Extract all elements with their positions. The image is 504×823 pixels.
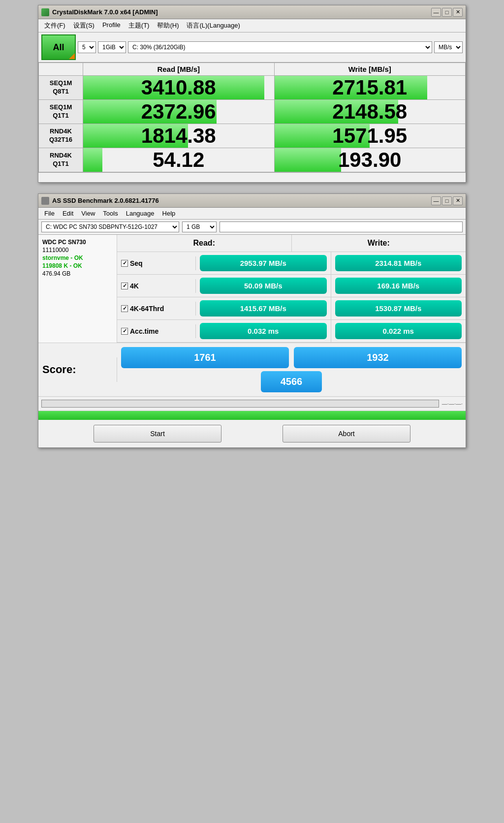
asssd-read-cell-2: 1415.67 MB/s: [196, 297, 331, 319]
asssd-progress-bar: [41, 400, 439, 408]
asssd-read-cell-0: 2953.97 MB/s: [196, 252, 331, 274]
asssd-values-0: 2953.97 MB/s2314.81 MB/s: [196, 252, 466, 274]
asssd-close-btn[interactable]: ✕: [453, 196, 463, 205]
asssd-col-headers: Read: Write:: [117, 235, 466, 252]
asssd-bottom-buttons: Start Abort: [38, 420, 466, 447]
cdm-minimize-btn[interactable]: —: [431, 8, 441, 17]
asssd-write-btn-2[interactable]: 1530.87 MB/s: [335, 300, 462, 317]
cdm-title-bar: CrystalDiskMark 7.0.0 x64 [ADMIN] — □ ✕: [38, 5, 466, 19]
asssd-menu-help[interactable]: Help: [159, 209, 179, 218]
asssd-write-btn-3[interactable]: 0.022 ms: [335, 323, 462, 339]
cdm-window: CrystalDiskMark 7.0.0 x64 [ADMIN] — □ ✕ …: [38, 5, 466, 183]
cdm-row-label-3: RND4KQ1T1: [39, 148, 83, 172]
asssd-driver: stornvme - OK: [42, 254, 113, 261]
asssd-score-top: 1761 1932: [121, 347, 462, 368]
cdm-count-select[interactable]: 5: [78, 41, 96, 53]
cdm-menu-bar: 文件(F) 设置(S) Profile 主题(T) 帮助(H) 语言(L)(La…: [38, 19, 466, 32]
cdm-menu-language[interactable]: 语言(L)(Language): [184, 20, 243, 31]
asssd-write-btn-1[interactable]: 169.16 MB/s: [335, 278, 462, 294]
cdm-size-select[interactable]: 1GiB: [98, 41, 126, 53]
cdm-menu-theme[interactable]: 主题(T): [126, 20, 153, 31]
cdm-read-1: 2372.96: [83, 100, 275, 124]
cdm-restore-btn[interactable]: □: [442, 8, 452, 17]
cdm-app-icon: [41, 8, 49, 16]
asssd-model: WDC PC SN730: [42, 239, 113, 246]
asssd-row-label-text-0: Seq: [130, 259, 143, 267]
asssd-values-1: 50.09 MB/s169.16 MB/s: [196, 275, 466, 297]
asssd-total-score-btn[interactable]: 4566: [261, 371, 322, 392]
asssd-read-score-btn[interactable]: 1761: [121, 347, 289, 368]
asssd-row-1: ✓4K50.09 MB/s169.16 MB/s: [117, 275, 466, 297]
cdm-row-label-1: SEQ1MQ1T1: [39, 100, 83, 124]
asssd-menu-file[interactable]: File: [41, 209, 58, 218]
asssd-drive-select[interactable]: C: WDC PC SN730 SDBPNTY-512G-1027: [41, 222, 179, 232]
asssd-window-controls: — □ ✕: [431, 196, 463, 205]
asssd-menu-edit[interactable]: Edit: [60, 209, 76, 218]
asssd-row-0: ✓Seq2953.97 MB/s2314.81 MB/s: [117, 252, 466, 275]
asssd-size-raw: 119808 K - OK: [42, 262, 113, 269]
asssd-score-values: 1761 1932 4566: [117, 343, 466, 396]
cdm-status-bar: [38, 172, 466, 182]
asssd-read-cell-3: 0.032 ms: [196, 320, 331, 342]
asssd-read-btn-0[interactable]: 2953.97 MB/s: [200, 255, 327, 271]
cdm-row-1: SEQ1MQ1T12372.962148.58: [39, 100, 466, 124]
asssd-checkbox-2[interactable]: ✓: [121, 305, 128, 312]
asssd-checkbox-1[interactable]: ✓: [121, 283, 128, 289]
asssd-write-score-btn[interactable]: 1932: [294, 347, 462, 368]
asssd-values-2: 1415.67 MB/s1530.87 MB/s: [196, 297, 466, 319]
asssd-title-bar: AS SSD Benchmark 2.0.6821.41776 — □ ✕: [38, 194, 466, 208]
asssd-write-cell-1: 169.16 MB/s: [331, 275, 466, 297]
asssd-row-label-area-1: ✓4K: [117, 279, 196, 293]
asssd-write-cell-0: 2314.81 MB/s: [331, 252, 466, 274]
asssd-menu-tools[interactable]: Tools: [100, 209, 121, 218]
asssd-size-gb: 476.94 GB: [42, 270, 113, 277]
asssd-rows-container: ✓Seq2953.97 MB/s2314.81 MB/s✓4K50.09 MB/…: [117, 252, 466, 343]
asssd-row-label-area-3: ✓Acc.time: [117, 324, 196, 338]
asssd-search-input[interactable]: [220, 222, 463, 232]
asssd-write-cell-3: 0.022 ms: [331, 320, 466, 342]
asssd-menu-language[interactable]: Language: [123, 209, 158, 218]
cdm-close-btn[interactable]: ✕: [453, 8, 463, 17]
asssd-row-label-area-2: ✓4K-64Thrd: [117, 302, 196, 316]
cdm-write-2: 1571.95: [274, 124, 466, 148]
asssd-checkbox-3[interactable]: ✓: [121, 328, 128, 335]
cdm-all-button[interactable]: All: [41, 34, 76, 60]
asssd-checkbox-0[interactable]: ✓: [121, 260, 128, 267]
cdm-drive-select[interactable]: C: 30% (36/120GiB): [128, 41, 432, 53]
asssd-green-bar: [38, 411, 466, 420]
asssd-start-button[interactable]: Start: [94, 425, 221, 443]
cdm-read-header: Read [MB/s]: [83, 63, 275, 76]
asssd-row-3: ✓Acc.time0.032 ms0.022 ms: [117, 320, 466, 343]
asssd-read-btn-3[interactable]: 0.032 ms: [200, 323, 327, 339]
cdm-unit-select[interactable]: MB/s: [434, 41, 463, 53]
cdm-read-3: 54.12: [83, 148, 275, 172]
cdm-menu-file[interactable]: 文件(F): [41, 20, 68, 31]
cdm-menu-help[interactable]: 帮助(H): [154, 20, 182, 31]
asssd-read-header: Read:: [117, 235, 292, 252]
asssd-abort-button[interactable]: Abort: [283, 425, 410, 443]
cdm-read-0: 3410.88: [83, 76, 275, 100]
asssd-info-panel: WDC PC SN730 11110000 stornvme - OK 1198…: [38, 235, 117, 343]
asssd-restore-btn[interactable]: □: [442, 196, 452, 205]
cdm-empty-header: [39, 63, 83, 76]
asssd-read-btn-2[interactable]: 1415.67 MB/s: [200, 300, 327, 317]
asssd-size-select[interactable]: 1 GB: [182, 222, 217, 232]
asssd-menu-bar: File Edit View Tools Language Help: [38, 208, 466, 220]
asssd-write-btn-0[interactable]: 2314.81 MB/s: [335, 255, 462, 271]
asssd-menu-view[interactable]: View: [78, 209, 98, 218]
asssd-minimize-btn[interactable]: —: [431, 196, 441, 205]
asssd-row-label-text-1: 4K: [130, 282, 139, 290]
cdm-menu-profile[interactable]: Profile: [99, 20, 124, 31]
asssd-read-btn-1[interactable]: 50.09 MB/s: [200, 278, 327, 294]
asssd-values-3: 0.032 ms0.022 ms: [196, 320, 466, 342]
asssd-progress-text: —·—·—·: [442, 401, 463, 407]
asssd-progress-area: —·—·—·: [38, 397, 466, 411]
asssd-main-area: WDC PC SN730 11110000 stornvme - OK 1198…: [38, 235, 466, 343]
cdm-menu-settings[interactable]: 设置(S): [70, 20, 97, 31]
cdm-write-1: 2148.58: [274, 100, 466, 124]
cdm-row-0: SEQ1MQ8T13410.882715.81: [39, 76, 466, 100]
cdm-row-2: RND4KQ32T161814.381571.95: [39, 124, 466, 148]
cdm-results-table: Read [MB/s] Write [MB/s] SEQ1MQ8T13410.8…: [38, 63, 466, 172]
cdm-title: CrystalDiskMark 7.0.0 x64 [ADMIN]: [52, 8, 428, 16]
asssd-title: AS SSD Benchmark 2.0.6821.41776: [52, 197, 428, 204]
